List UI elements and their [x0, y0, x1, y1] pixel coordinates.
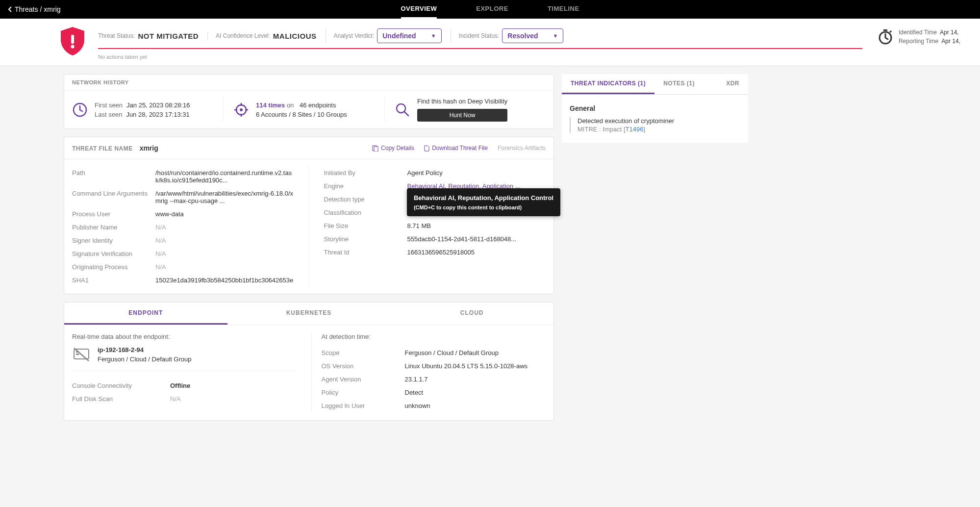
identified-time-value: Apr 14, — [940, 29, 959, 36]
download-threat-file-button[interactable]: Download Threat File — [424, 145, 488, 152]
indicator-item: Detected execution of cryptominer MITRE … — [570, 117, 740, 133]
reporting-time-value: Apr 14, — [941, 38, 960, 45]
tab-timeline[interactable]: TIMELINE — [548, 0, 579, 19]
path-value: /host/run/containerd/io.containerd.runti… — [155, 169, 294, 184]
file-size-value: 8.71 MB — [407, 222, 431, 229]
side-tab-indicators[interactable]: THREAT INDICATORS (1) — [562, 74, 654, 94]
analyst-verdict-label: Analyst Verdict: — [334, 32, 375, 39]
chevron-down-icon: ▼ — [431, 33, 436, 39]
threat-file-label: THREAT FILE NAME — [72, 145, 133, 152]
endpoint-card: ENDPOINT KUBERNETES CLOUD Real-time data… — [64, 302, 554, 421]
network-history-header: NETWORK HISTORY — [64, 75, 553, 91]
svg-rect-0 — [71, 35, 74, 44]
detection-heading: At detection time: — [322, 333, 546, 340]
indicators-general-heading: General — [570, 104, 740, 112]
hunt-now-button[interactable]: Hunt Now — [417, 109, 507, 122]
network-history-card: NETWORK HISTORY First seenJan 25, 2023 0… — [64, 74, 554, 129]
inner-tab-cloud[interactable]: CLOUD — [390, 303, 553, 325]
stopwatch-icon — [877, 28, 894, 45]
fds-value: N/A — [170, 395, 181, 403]
process-user-value: www-data — [155, 210, 184, 218]
svg-point-1 — [71, 45, 75, 49]
hunt-text: Find this hash on Deep Visibility — [417, 98, 507, 105]
realtime-heading: Real-time data about the endpoint: — [72, 333, 297, 340]
svg-rect-12 — [76, 354, 79, 355]
incident-status-dropdown[interactable]: Resolved ▼ — [502, 28, 563, 43]
connectivity-value: Offline — [170, 382, 190, 389]
indicator-text: Detected execution of cryptominer — [578, 117, 740, 125]
origproc-value: N/A — [155, 263, 166, 271]
os-value: Linux Ubuntu 20.04.5 LTS 5.15.0-1028-aws — [405, 362, 528, 370]
storyline-value: 555dacb0-1154-2d41-5811-d168048... — [407, 235, 517, 243]
threat-status-label: Threat Status: — [98, 32, 135, 39]
side-tab-xdr[interactable]: XDR — [717, 74, 748, 94]
logged-user-value: unknown — [405, 402, 430, 409]
svg-rect-9 — [374, 147, 378, 152]
endpoint-offline-icon — [72, 346, 91, 363]
threat-shield-icon — [59, 26, 86, 58]
side-tab-notes[interactable]: NOTES (1) — [654, 74, 704, 94]
reporting-time-label: Reporting Time — [899, 38, 938, 45]
chevron-left-icon — [8, 6, 13, 13]
threat-file-name: xmrig — [140, 144, 158, 152]
accounts-line: 6 Accounts / 8 Sites / 10 Groups — [256, 111, 347, 118]
sigverify-value: N/A — [155, 250, 166, 257]
breadcrumb-parent: Threats — [15, 5, 38, 13]
analyst-verdict-dropdown[interactable]: Undefined ▼ — [377, 28, 441, 43]
ai-level-value: MALICIOUS — [273, 32, 317, 40]
signer-value: N/A — [155, 237, 166, 244]
file-icon — [424, 145, 429, 152]
breadcrumb-current: xmrig — [44, 5, 60, 13]
engine-tooltip: Behavioral AI, Reputation, Application C… — [407, 188, 560, 216]
cmdline-value: /var/www/html/vulnerabilities/exec/xmrig… — [155, 190, 294, 204]
inner-tab-endpoint[interactable]: ENDPOINT — [64, 303, 227, 325]
forensics-artifacts-button: Forensics Artifacts — [498, 145, 546, 152]
tab-overview[interactable]: OVERVIEW — [401, 0, 437, 19]
copy-details-button[interactable]: Copy Details — [372, 145, 414, 152]
search-icon — [395, 102, 410, 118]
mitre-link[interactable]: T1496 — [626, 126, 644, 133]
scope-value: Ferguson / Cloud / Default Group — [405, 349, 499, 356]
times-count[interactable]: 114 times — [256, 101, 285, 109]
target-icon — [233, 102, 249, 118]
chevron-down-icon: ▼ — [553, 33, 558, 39]
policy-value: Detect — [405, 389, 424, 396]
threat-id-value: 1663136596525918005 — [407, 249, 475, 256]
incident-status-label: Incident Status: — [459, 32, 500, 39]
actions-note: No actions taken yet — [98, 54, 862, 60]
host-scope: Ferguson / Cloud / Default Group — [98, 355, 192, 363]
sha1-value: 15023e1da3919fb3b584250bb1bf1bc30642653e — [155, 277, 293, 284]
hostname: ip-192-168-2-94 — [98, 346, 192, 354]
initiated-by-value: Agent Policy — [407, 169, 443, 177]
inner-tab-kubernetes[interactable]: KUBERNETES — [227, 303, 391, 325]
ai-level-label: AI Confidence Level: — [216, 32, 270, 39]
breadcrumb[interactable]: Threats / xmrig — [8, 5, 61, 13]
last-seen-value: Jun 28, 2023 17:13:31 — [126, 111, 189, 118]
threat-status-value: NOT MITIGATED — [138, 32, 199, 40]
svg-rect-3 — [883, 29, 887, 31]
copy-icon — [372, 145, 378, 152]
svg-point-6 — [240, 108, 243, 111]
agent-version-value: 23.1.1.7 — [405, 376, 428, 383]
first-seen-value: Jan 25, 2023 08:28:16 — [126, 101, 190, 109]
endpoints-count: 46 endpoints — [300, 101, 336, 109]
identified-time-label: Identified Time — [899, 29, 937, 36]
tab-explore[interactable]: EXPLORE — [476, 0, 508, 19]
publisher-value: N/A — [155, 224, 166, 231]
clock-icon — [72, 102, 88, 118]
threat-file-card: THREAT FILE NAME xmrig Copy Details Down… — [64, 137, 554, 294]
